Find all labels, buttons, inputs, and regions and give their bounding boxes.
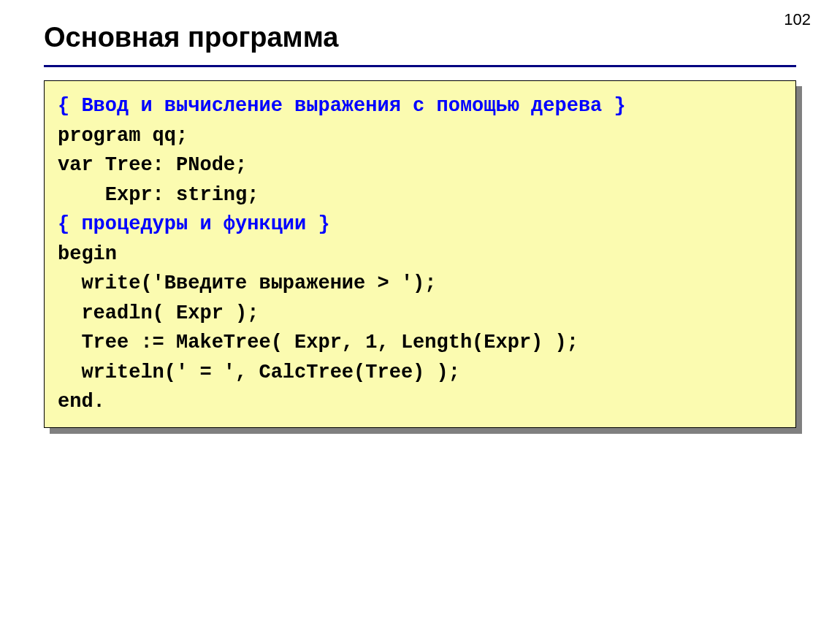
code-comment-2: { процедуры и функции } xyxy=(58,213,330,235)
code-line-tree: Tree := MakeTree( Expr, 1, Length(Expr) … xyxy=(58,332,579,353)
code-block: { Ввод и вычисление выражения с помощью … xyxy=(44,80,796,428)
code-line-end: end. xyxy=(58,391,105,413)
slide-title: Основная программа xyxy=(44,22,796,59)
slide: 102 Основная программа { Ввод и вычислен… xyxy=(0,0,840,631)
code-line-begin: begin xyxy=(58,243,117,265)
code-comment-1: { Ввод и вычисление выражения с помощью … xyxy=(58,95,626,117)
code-line-write: write('Введите выражение > '); xyxy=(58,272,436,294)
code-line-var2: Expr: string; xyxy=(58,184,259,206)
code-block-wrapper: { Ввод и вычисление выражения с помощью … xyxy=(44,80,796,428)
code-line-readln: readln( Expr ); xyxy=(58,302,259,324)
page-number: 102 xyxy=(784,10,811,29)
code-line-program: program qq; xyxy=(58,125,188,147)
code-line-writeln: writeln(' = ', CalcTree(Tree) ); xyxy=(58,362,460,383)
code-line-var1: var Tree: PNode; xyxy=(58,154,247,176)
title-rule xyxy=(44,65,796,67)
